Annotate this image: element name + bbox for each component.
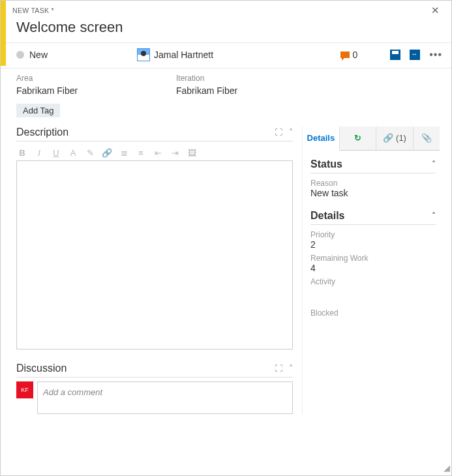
avatar <box>137 48 150 61</box>
work-item-type-label: NEW TASK * <box>12 7 54 14</box>
area-label: Area <box>16 74 160 83</box>
body-left: Description ⛶ ˄ B I U A ✎ 🔗 ≣ ≡ ⇤ ⇥ 🖼 Di… <box>1 126 303 414</box>
title-row: Welcome screen <box>1 18 451 43</box>
current-user-avatar: KF <box>16 381 33 398</box>
chevron-up-icon[interactable]: ˄ <box>289 128 293 137</box>
priority-label: Priority <box>310 230 436 239</box>
tab-details[interactable]: Details <box>303 126 340 151</box>
chevron-up-icon[interactable]: ˄ <box>432 160 436 169</box>
work-item-title[interactable]: Welcome screen <box>16 19 440 36</box>
close-icon[interactable]: ✕ <box>427 3 444 18</box>
activity-value[interactable] <box>310 286 436 297</box>
description-editor[interactable] <box>16 160 293 350</box>
iteration-field[interactable]: Iteration Fabrikam Fiber <box>160 74 320 96</box>
state-name: New <box>29 50 48 60</box>
links-count: (1) <box>396 133 406 143</box>
area-field[interactable]: Area Fabrikam Fiber <box>1 74 160 96</box>
activity-label: Activity <box>310 277 436 286</box>
comment-row: KF Add a comment <box>16 381 293 414</box>
chevron-up-icon[interactable]: ˄ <box>432 211 436 220</box>
reason-label: Reason <box>310 179 436 188</box>
tab-history[interactable]: ↻ <box>340 126 377 150</box>
reason-value[interactable]: New task <box>310 188 436 198</box>
bulleted-list-icon[interactable]: ≣ <box>118 148 130 158</box>
numbered-list-icon[interactable]: ≡ <box>135 148 147 158</box>
comment-input[interactable]: Add a comment <box>37 381 293 414</box>
iteration-value: Fabrikam Fiber <box>176 85 320 96</box>
underline-icon[interactable]: U <box>50 148 62 158</box>
actions-block: ••• <box>390 49 442 61</box>
font-color-icon[interactable]: A <box>67 148 79 158</box>
body-right: Details ↻ 🔗 (1) 📎 Status ˄ Reason New ta… <box>303 126 446 414</box>
status-section: Status ˄ Reason New task <box>303 151 440 198</box>
attachment-icon: 📎 <box>421 133 432 143</box>
right-tabs: Details ↻ 🔗 (1) 📎 <box>303 126 440 151</box>
image-icon[interactable]: 🖼 <box>186 148 198 158</box>
add-tag-button[interactable]: Add Tag <box>16 104 60 117</box>
fullscreen-icon[interactable]: ⛶ <box>275 364 282 373</box>
header-bar: NEW TASK * ✕ <box>1 1 451 18</box>
discussion-header: Discussion ⛶ ˄ <box>16 363 293 378</box>
remaining-work-label: Remaining Work <box>310 254 436 263</box>
details-section: Details ˄ Priority 2 Remaining Work 4 Ac… <box>303 202 440 318</box>
fullscreen-icon[interactable]: ⛶ <box>275 128 282 137</box>
status-title: Status <box>310 158 342 170</box>
description-title: Description <box>16 126 68 138</box>
link-icon[interactable]: 🔗 <box>101 148 113 158</box>
area-value: Fabrikam Fiber <box>16 85 160 96</box>
assignee-name: Jamal Hartnett <box>154 50 213 60</box>
link-icon: 🔗 <box>383 133 393 143</box>
italic-icon[interactable]: I <box>33 148 45 158</box>
history-icon: ↻ <box>354 133 361 143</box>
body-split: Description ⛶ ˄ B I U A ✎ 🔗 ≣ ≡ ⇤ ⇥ 🖼 Di… <box>1 126 451 414</box>
priority-value[interactable]: 2 <box>310 239 436 250</box>
tab-attachments[interactable]: 📎 <box>414 126 440 150</box>
save-icon[interactable] <box>390 50 400 60</box>
indent-icon[interactable]: ⇥ <box>169 148 181 158</box>
tab-links[interactable]: 🔗 (1) <box>376 126 414 150</box>
path-row: Area Fabrikam Fiber Iteration Fabrikam F… <box>1 68 451 102</box>
comment-icon <box>340 52 350 58</box>
state-color-dot <box>16 51 24 59</box>
richtext-toolbar: B I U A ✎ 🔗 ≣ ≡ ⇤ ⇥ 🖼 <box>16 145 293 160</box>
discussion-title: Discussion <box>16 363 67 374</box>
save-close-icon[interactable] <box>410 50 420 60</box>
comments-indicator[interactable]: 0 <box>340 50 357 60</box>
discussion-block: Discussion ⛶ ˄ KF Add a comment <box>16 363 293 414</box>
chevron-up-icon[interactable]: ˄ <box>289 364 293 373</box>
resize-grip-icon[interactable]: ◢ <box>441 465 450 474</box>
blocked-label: Blocked <box>310 308 436 318</box>
bold-icon[interactable]: B <box>16 148 28 158</box>
more-actions-icon[interactable]: ••• <box>429 49 442 61</box>
clear-format-icon[interactable]: ✎ <box>84 148 96 158</box>
work-item-color-bar <box>1 1 6 66</box>
state-field[interactable]: New <box>16 50 130 60</box>
assignee-field[interactable]: Jamal Hartnett <box>137 48 287 61</box>
comments-count: 0 <box>352 50 357 60</box>
details-title: Details <box>310 210 344 222</box>
iteration-label: Iteration <box>176 74 320 83</box>
meta-row: New Jamal Hartnett 0 ••• <box>1 43 451 68</box>
tags-row: Add Tag <box>1 102 451 126</box>
description-header: Description ⛶ ˄ <box>16 126 293 141</box>
outdent-icon[interactable]: ⇤ <box>152 148 164 158</box>
remaining-work-value[interactable]: 4 <box>310 263 436 273</box>
